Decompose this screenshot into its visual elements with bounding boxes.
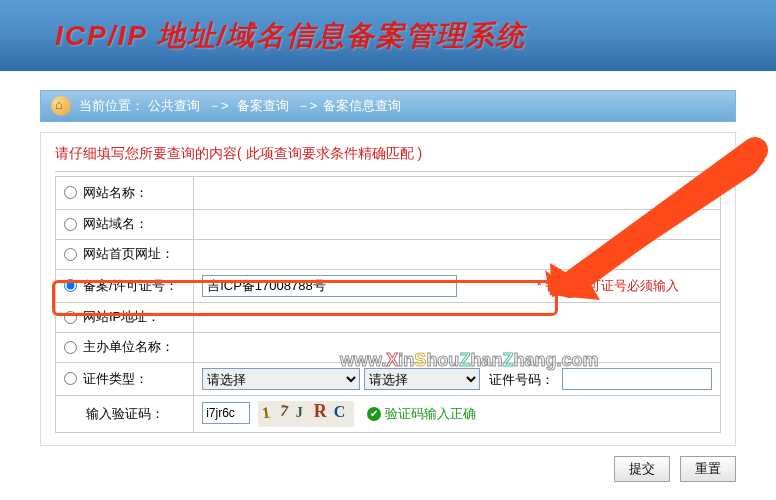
record-license-input[interactable] <box>202 275 457 297</box>
breadcrumb-item-info[interactable]: 备案信息查询 <box>323 97 401 115</box>
button-row: 提交 重置 <box>0 446 776 482</box>
breadcrumb: 当前位置： 公共查询 －> 备案查询 －> 备案信息查询 <box>40 90 736 122</box>
cert-type-select-1[interactable]: 请选择 <box>202 368 360 390</box>
hint-required: * 备案/许可证号必须输入 <box>531 278 679 293</box>
table-row: 网站IP地址： <box>56 303 721 333</box>
breadcrumb-label: 当前位置： <box>79 97 144 115</box>
radio-site-homepage[interactable]: 网站首页网址： <box>64 245 174 263</box>
radio-record-license[interactable]: 备案/许可证号： <box>64 277 178 295</box>
table-row: 证件类型： 请选择 请选择 证件号码： <box>56 363 721 396</box>
breadcrumb-item-record[interactable]: 备案查询 <box>237 97 289 115</box>
radio-sponsor-name[interactable]: 主办单位名称： <box>64 338 174 356</box>
table-row: 备案/许可证号： * 备案/许可证号必须输入 <box>56 270 721 303</box>
submit-button[interactable]: 提交 <box>614 456 670 482</box>
captcha-input[interactable] <box>202 402 250 424</box>
table-row: 网站名称： <box>56 177 721 210</box>
table-row: 网站域名： <box>56 210 721 240</box>
table-row: 网站首页网址： <box>56 240 721 270</box>
table-row: 输入验证码： 1 7 J R C 验证码输入正确 <box>56 396 721 433</box>
page-title: ICP/IP 地址/域名信息备案管理系统 <box>55 17 526 55</box>
radio-site-ip[interactable]: 网站IP地址： <box>64 308 160 326</box>
breadcrumb-sep: －> <box>208 97 229 115</box>
reset-button[interactable]: 重置 <box>680 456 736 482</box>
breadcrumb-sep: －> <box>297 97 318 115</box>
breadcrumb-item-public[interactable]: 公共查询 <box>148 97 200 115</box>
captcha-ok-hint: 验证码输入正确 <box>367 405 476 423</box>
query-form-table: 网站名称： 网站域名： 网站首页网址： 备案/许可证号： * 备案/许可证号必须… <box>55 176 721 433</box>
section-title: 请仔细填写您所要查询的内容( 此项查询要求条件精确匹配 ) <box>55 145 721 172</box>
cert-number-input[interactable] <box>562 368 712 390</box>
home-icon <box>51 96 71 116</box>
table-row: 主办单位名称： <box>56 333 721 363</box>
cert-number-label: 证件号码： <box>489 372 554 387</box>
cert-type-select-2[interactable]: 请选择 <box>364 368 480 390</box>
captcha-label: 输入验证码： <box>86 406 164 421</box>
form-panel: 请仔细填写您所要查询的内容( 此项查询要求条件精确匹配 ) 网站名称： 网站域名… <box>40 132 736 446</box>
radio-site-name[interactable]: 网站名称： <box>64 184 148 202</box>
radio-cert-type[interactable]: 证件类型： <box>64 370 148 388</box>
radio-site-domain[interactable]: 网站域名： <box>64 215 148 233</box>
header-banner: ICP/IP 地址/域名信息备案管理系统 <box>0 0 776 72</box>
captcha-image[interactable]: 1 7 J R C <box>258 401 354 427</box>
